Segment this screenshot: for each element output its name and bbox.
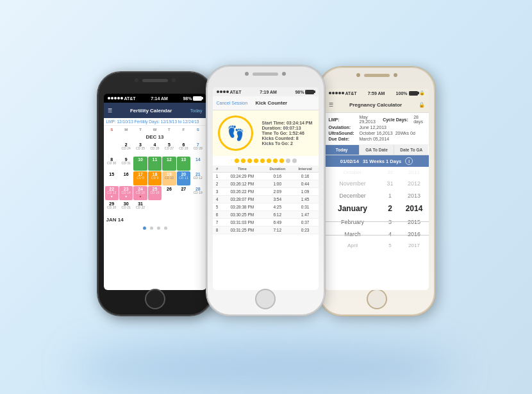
cal-cell-15[interactable]: 15 bbox=[105, 171, 119, 185]
cal-cell-14[interactable]: 14 bbox=[191, 157, 204, 171]
start-time-value: 03:24:14 PM bbox=[287, 121, 312, 125]
picker-year-2016[interactable]: 2016 bbox=[400, 228, 429, 241]
page-dot-1[interactable] bbox=[143, 227, 146, 230]
phone-middle: AT&T 7:19 AM 98% Cancel Session Kick Cou… bbox=[206, 65, 325, 316]
picker-year-2014[interactable]: 2014 bbox=[400, 201, 429, 216]
cal-cell-18[interactable]: 18CD 9 bbox=[148, 171, 162, 185]
cal-cell-2[interactable]: 2CD 24 bbox=[119, 142, 133, 156]
phone-right: AT&T 7:59 AM 100% 🔒 ☰ Pregnancy Calculat… bbox=[319, 67, 435, 316]
month-header-dec: DEC 13 bbox=[104, 132, 206, 142]
ultrasound-label: UltraSound: bbox=[329, 131, 360, 135]
cal-cell-13[interactable]: 13 bbox=[177, 157, 190, 171]
kick-stats: Start Time: 03:24:14 PM Duration: 00:07:… bbox=[258, 119, 317, 148]
cal-cell-6[interactable]: 6CD 28 bbox=[177, 142, 190, 156]
picker-item-jan[interactable]: January bbox=[325, 201, 381, 216]
cal-cell-12[interactable]: 12 bbox=[162, 157, 176, 171]
kicks-counted-label: Kicks Counted: bbox=[262, 136, 295, 141]
dow-w: W bbox=[148, 127, 162, 132]
picker-day-5[interactable]: 5 bbox=[381, 240, 400, 251]
dow-sa: S bbox=[191, 127, 204, 132]
picker-item-apr[interactable]: April bbox=[325, 240, 381, 251]
cal-cell-25[interactable]: 25CD 16 bbox=[148, 186, 162, 200]
preg-hamburger-icon[interactable]: ☰ bbox=[329, 102, 333, 108]
cal-cell-11[interactable]: 11 bbox=[148, 157, 162, 171]
due-date-value: March 05,2014 bbox=[360, 137, 390, 141]
picker-day-4[interactable]: 4 bbox=[381, 228, 400, 241]
picker-item-mar[interactable]: March bbox=[325, 228, 381, 241]
picker-year-col[interactable]: 2011 2012 2013 2014 2015 2016 2017 bbox=[400, 167, 429, 290]
cal-cell-blank bbox=[105, 142, 119, 156]
ultrasound-ga: 20Wks 0d bbox=[395, 131, 415, 135]
kick-header: Cancel Session Kick Counter bbox=[213, 96, 319, 110]
cal-cell-23[interactable]: 23CD 14 ♥ bbox=[119, 186, 133, 200]
picker-day-30[interactable]: 30 bbox=[381, 167, 400, 178]
picker-day-2[interactable]: 2 bbox=[381, 201, 400, 216]
cal-cell-26[interactable]: 26 bbox=[162, 186, 176, 200]
weeks-bar: 01/02/14 31 Weeks 1 Days i bbox=[325, 155, 429, 167]
cal-cell-30[interactable]: 30CD 21 bbox=[119, 201, 133, 215]
cal-cell-9[interactable]: 9CD 31 bbox=[119, 157, 133, 171]
page-dot-2[interactable] bbox=[150, 227, 153, 230]
picker-day-3[interactable]: 3 bbox=[381, 216, 400, 228]
cal-cell-24[interactable]: 24CD 15 ♥ bbox=[133, 186, 147, 200]
cal-cell-10[interactable]: 10 bbox=[133, 157, 147, 171]
status-bar-mid: AT&T 7:19 AM 98% bbox=[213, 87, 319, 96]
cal-cell-29[interactable]: 29CD 20 bbox=[105, 201, 119, 215]
picker-item-nov[interactable]: November bbox=[325, 178, 381, 190]
picker-year-2012[interactable]: 2012 bbox=[400, 178, 429, 190]
home-btn-left[interactable] bbox=[145, 289, 165, 309]
tab-ga-to-date[interactable]: GA To Date bbox=[360, 145, 394, 155]
cal-cell-16[interactable]: 16 bbox=[119, 171, 133, 185]
home-btn-right[interactable] bbox=[367, 289, 387, 309]
cal-cell-20[interactable]: 20CD 11 bbox=[177, 171, 190, 185]
picker-month-col[interactable]: October November December January Februa… bbox=[325, 167, 381, 290]
lmp-value: May 29,2013 bbox=[360, 115, 378, 124]
page-dot-4[interactable] bbox=[164, 227, 167, 230]
kick-table-row: 303:26:22 PM2:091:09 bbox=[213, 188, 319, 196]
cancel-session-btn[interactable]: Cancel Session bbox=[217, 101, 248, 105]
camera-right-2 bbox=[394, 73, 397, 77]
picker-item-dec[interactable]: December bbox=[325, 190, 381, 202]
picker-item-oct[interactable]: October bbox=[325, 167, 381, 178]
picker-year-2013[interactable]: 2013 bbox=[400, 190, 429, 202]
carrier-right: AT&T bbox=[345, 91, 357, 96]
phone-left: AT&T 7:14 AM 98% ☰ Fertility Calendar To… bbox=[97, 72, 213, 316]
status-bar-right: AT&T 7:59 AM 100% 🔒 bbox=[325, 89, 429, 98]
cal-cell-5[interactable]: 5CD 27 bbox=[162, 142, 176, 156]
page-dot-3[interactable] bbox=[157, 227, 160, 230]
date-picker[interactable]: October November December January Februa… bbox=[325, 167, 429, 290]
kick-table-row: 403:28:07 PM3:541:45 bbox=[213, 196, 319, 203]
cal-cell-4[interactable]: 4CD 26 bbox=[148, 142, 162, 156]
screen-left: AT&T 7:14 AM 98% ☰ Fertility Calendar To… bbox=[104, 94, 206, 290]
tab-today[interactable]: Today bbox=[325, 145, 360, 155]
cal-cell-27[interactable]: 27 bbox=[177, 186, 190, 200]
picker-item-feb[interactable]: February bbox=[325, 216, 381, 228]
cal-cell-21[interactable]: 21CD 12 bbox=[191, 171, 204, 185]
today-btn[interactable]: Today bbox=[190, 108, 203, 113]
cal-cell-7[interactable]: 7CD 29 bbox=[191, 142, 204, 156]
picker-year-2017[interactable]: 2017 bbox=[400, 240, 429, 251]
carrier-left: AT&T bbox=[124, 96, 136, 101]
tab-date-to-ga[interactable]: Date To GA bbox=[394, 145, 428, 155]
picker-year-2011[interactable]: 2011 bbox=[400, 167, 429, 178]
picker-year-2015[interactable]: 2015 bbox=[400, 216, 429, 228]
cal-cell-8[interactable]: 8CD 30 bbox=[105, 157, 119, 171]
picker-day-col[interactable]: 30 31 1 2 3 4 5 bbox=[381, 167, 400, 290]
preg-screen: LMP: May 29,2013 Cycle Days: 28 days Ovu… bbox=[325, 113, 429, 290]
picker-day-1[interactable]: 1 bbox=[381, 190, 400, 202]
cal-cell-28[interactable]: 28CD 19 bbox=[191, 186, 204, 200]
dow-m: M bbox=[119, 127, 133, 132]
footprint-icon[interactable]: 👣 bbox=[218, 116, 253, 151]
kick-table: # Time Duration Interval 103:24:29 PM0:1… bbox=[213, 166, 319, 290]
home-btn-mid[interactable] bbox=[255, 289, 276, 309]
cal-cell-17[interactable]: 17CD 8 bbox=[133, 171, 147, 185]
battery-left: 98% bbox=[183, 96, 192, 101]
preg-info-section: LMP: May 29,2013 Cycle Days: 28 days Ovu… bbox=[325, 113, 429, 145]
cal-cell-19[interactable]: 19CD 10 bbox=[162, 171, 176, 185]
hamburger-icon[interactable]: ☰ bbox=[108, 108, 112, 114]
picker-day-31[interactable]: 31 bbox=[381, 178, 400, 190]
cal-cell-22[interactable]: 22CD 13 ♥ bbox=[105, 186, 119, 200]
info-icon[interactable]: i bbox=[405, 157, 413, 165]
cal-cell-31[interactable]: 31CD 22 bbox=[133, 201, 147, 215]
cal-cell-3[interactable]: 3CD 25 bbox=[133, 142, 147, 156]
